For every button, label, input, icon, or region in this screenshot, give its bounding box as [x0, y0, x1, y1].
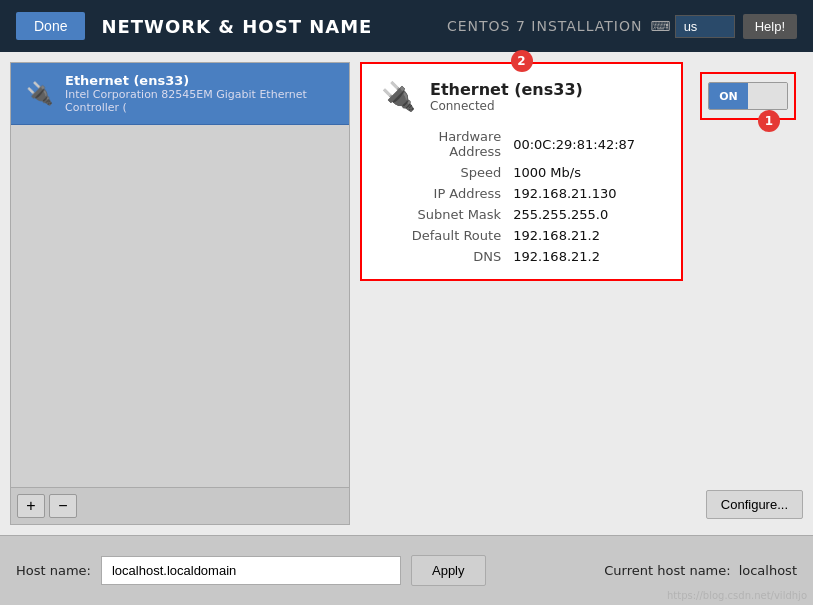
- right-panel: 2 🔌 Ethernet (ens33) Connected Hardware …: [360, 62, 803, 525]
- done-button[interactable]: Done: [16, 12, 85, 40]
- remove-interface-button[interactable]: −: [49, 494, 77, 518]
- current-host-display: Current host name: localhost: [604, 563, 797, 578]
- header: Done NETWORK & HOST NAME CENTOS 7 INSTAL…: [0, 0, 813, 52]
- interface-description: Intel Corporation 82545EM Gigabit Ethern…: [65, 88, 337, 114]
- add-interface-button[interactable]: +: [17, 494, 45, 518]
- list-controls: + −: [11, 487, 349, 524]
- current-host-label: Current host name:: [604, 563, 730, 578]
- language-input[interactable]: [675, 15, 735, 38]
- toggle-switch[interactable]: ON: [708, 82, 788, 110]
- help-button[interactable]: Help!: [743, 14, 797, 39]
- detail-wrap: 2 🔌 Ethernet (ens33) Connected Hardware …: [360, 62, 683, 474]
- toggle-container: ON 1: [700, 72, 796, 120]
- table-row: DNS 192.168.21.2: [378, 246, 665, 267]
- ip-label: IP Address: [378, 183, 507, 204]
- main-content: 🔌 Ethernet (ens33) Intel Corporation 825…: [0, 52, 813, 535]
- configure-area: Configure...: [360, 484, 803, 525]
- centos-title: CENTOS 7 INSTALLATION: [447, 18, 642, 34]
- keyboard-icon: ⌨: [650, 18, 670, 34]
- interface-info: Ethernet (ens33) Intel Corporation 82545…: [65, 73, 337, 114]
- current-host-value: localhost: [739, 563, 797, 578]
- toggle-off-area: [748, 83, 787, 109]
- subnet-value: 255.255.255.0: [507, 204, 665, 225]
- detail-name-group: Ethernet (ens33) Connected: [430, 80, 583, 113]
- detail-eth-icon: 🔌: [378, 76, 418, 116]
- toggle-on-label: ON: [709, 83, 748, 109]
- ip-value: 192.168.21.130: [507, 183, 665, 204]
- keyboard-indicator: ⌨: [650, 15, 734, 38]
- interface-list-panel: 🔌 Ethernet (ens33) Intel Corporation 825…: [10, 62, 350, 525]
- speed-label: Speed: [378, 162, 507, 183]
- badge-1: 1: [758, 110, 780, 132]
- header-left: Done NETWORK & HOST NAME: [16, 12, 372, 40]
- table-row: Subnet Mask 255.255.255.0: [378, 204, 665, 225]
- speed-value: 1000 Mb/s: [507, 162, 665, 183]
- hw-addr-value: 00:0C:29:81:42:87: [507, 126, 665, 162]
- detail-status: Connected: [430, 99, 583, 113]
- header-right: CENTOS 7 INSTALLATION ⌨ Help!: [447, 14, 797, 39]
- detail-plug-icon: 🔌: [381, 80, 416, 113]
- detail-header: 🔌 Ethernet (ens33) Connected: [378, 76, 665, 116]
- right-top: 2 🔌 Ethernet (ens33) Connected Hardware …: [360, 62, 803, 474]
- table-row: IP Address 192.168.21.130: [378, 183, 665, 204]
- dns-value: 192.168.21.2: [507, 246, 665, 267]
- host-label: Host name:: [16, 563, 91, 578]
- badge-2: 2: [511, 50, 533, 72]
- dns-label: DNS: [378, 246, 507, 267]
- detail-table: Hardware Address 00:0C:29:81:42:87 Speed…: [378, 126, 665, 267]
- table-row: Hardware Address 00:0C:29:81:42:87: [378, 126, 665, 162]
- subnet-label: Subnet Mask: [378, 204, 507, 225]
- apply-button[interactable]: Apply: [411, 555, 486, 586]
- route-label: Default Route: [378, 225, 507, 246]
- interface-list: 🔌 Ethernet (ens33) Intel Corporation 825…: [11, 63, 349, 487]
- hw-addr-label: Hardware Address: [378, 126, 507, 162]
- toggle-wrap: ON 1: [693, 62, 803, 474]
- hostname-input[interactable]: [101, 556, 401, 585]
- route-value: 192.168.21.2: [507, 225, 665, 246]
- watermark: https://blog.csdn.net/vildhjo: [667, 590, 807, 601]
- table-row: Speed 1000 Mb/s: [378, 162, 665, 183]
- detail-interface-name: Ethernet (ens33): [430, 80, 583, 99]
- table-row: Default Route 192.168.21.2: [378, 225, 665, 246]
- network-detail-box: 2 🔌 Ethernet (ens33) Connected Hardware …: [360, 62, 683, 281]
- interface-name: Ethernet (ens33): [65, 73, 337, 88]
- page-title: NETWORK & HOST NAME: [101, 16, 372, 37]
- ethernet-icon: 🔌: [23, 78, 55, 110]
- list-item[interactable]: 🔌 Ethernet (ens33) Intel Corporation 825…: [11, 63, 349, 125]
- configure-button[interactable]: Configure...: [706, 490, 803, 519]
- plug-icon: 🔌: [26, 81, 53, 106]
